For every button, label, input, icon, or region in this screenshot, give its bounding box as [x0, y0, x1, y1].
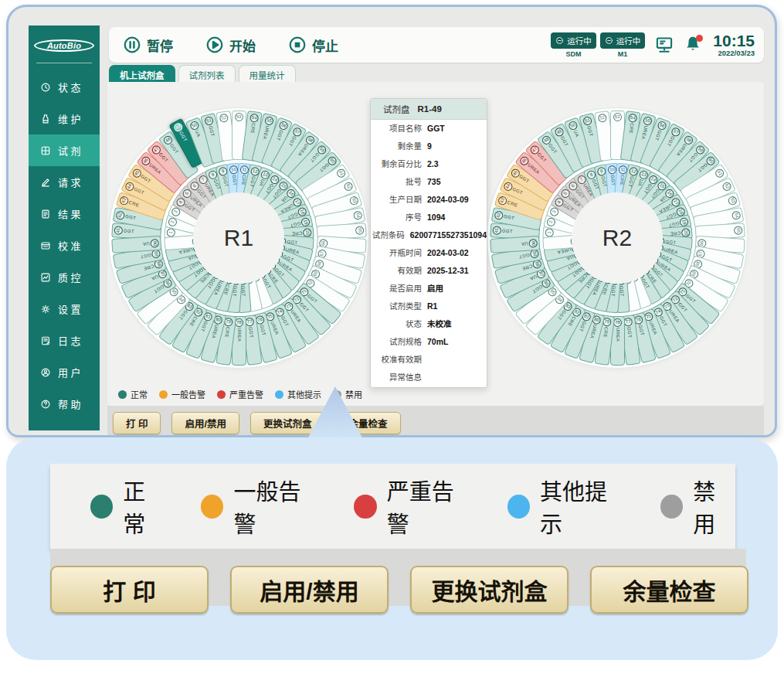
maintenance-icon — [40, 114, 51, 124]
legend-dot — [118, 390, 127, 399]
status-badge-sub: SDM — [551, 50, 596, 58]
detail-row-label: 异常信息 — [371, 369, 422, 386]
legend-item-0: 正常 — [90, 474, 165, 539]
run-control-label: 暂停 — [147, 36, 173, 55]
sidebar-item-1[interactable]: 维 护 — [29, 103, 100, 134]
reagent-slot-r1-90[interactable]: 90UA — [111, 236, 161, 253]
reagent-detail-panel: 试剂盘 R1-49 项目名称GGT剩余量9剩余百分比2.3批号735生产日期20… — [370, 98, 487, 388]
slot-analyte-label: UA — [521, 241, 528, 247]
logo-text: AutoBio — [47, 41, 81, 50]
detail-panel-header: 试剂盘 R1-49 — [371, 99, 487, 120]
slot-analyte-label: CRE — [127, 200, 139, 208]
sidebar-item-label: 校 准 — [58, 238, 81, 253]
slot-analyte-label: GGT — [511, 186, 523, 195]
sidebar-item-2[interactable]: 试 剂 — [29, 134, 100, 166]
detail-row-value: 2025-12-31 — [427, 262, 469, 280]
help-icon — [40, 399, 51, 410]
legend-dot — [90, 495, 113, 519]
action-button-2[interactable]: 更换试剂盒 — [410, 566, 568, 614]
calibration-icon — [40, 240, 51, 251]
slot-number: 42 — [494, 210, 504, 220]
slot-number: 41 — [114, 226, 123, 235]
legend-label: 其他提示 — [540, 474, 625, 539]
sidebar-item-label: 帮 助 — [58, 396, 81, 411]
action-button-1[interactable]: 启用/禁用 — [171, 412, 239, 434]
slot-analyte-label: UREA — [236, 328, 241, 342]
detail-row-1: 剩余量9 — [371, 138, 487, 155]
legend-label: 严重告警 — [229, 388, 263, 400]
detail-row-label: 剩余量 — [371, 138, 422, 155]
legend-dot — [660, 495, 683, 519]
sidebar-footer: 用 户帮 助 — [29, 356, 100, 420]
slot-analyte-label: GGT — [287, 135, 297, 147]
run-control-2[interactable]: 停止 — [283, 35, 343, 56]
slot-number: 41 — [492, 226, 501, 235]
detail-row-value: 启用 — [427, 280, 443, 298]
detail-row-6: 试剂条码62007715527351094 — [371, 226, 487, 244]
wheel-name: R2 — [602, 225, 632, 251]
sidebar-item-5[interactable]: 校 准 — [29, 230, 100, 261]
action-button-0[interactable]: 打 印 — [50, 566, 209, 614]
action-button-3[interactable]: 余量检查 — [590, 566, 748, 614]
sidebar-item-3[interactable]: 请 求 — [29, 166, 100, 198]
qc-icon — [40, 272, 51, 283]
slot-analyte-label: GGT — [518, 253, 530, 260]
detail-row-8: 有效期2025-12-31 — [371, 262, 487, 280]
legend-label: 严重告警 — [387, 474, 472, 539]
legend-item-1: 一般告警 — [201, 474, 318, 539]
slot-analyte-label: UA — [150, 274, 158, 281]
clock-time: 10:15 — [713, 32, 755, 49]
slot-number: 52 — [219, 114, 228, 123]
magnified-action-buttons: 打 印启用/禁用更换试剂盒余量检查 — [50, 566, 748, 614]
run-control-0[interactable]: 暂停 — [118, 35, 178, 56]
sidebar-item-label: 设 置 — [58, 301, 81, 316]
sidebar-item-0[interactable]: 状 态 — [29, 71, 100, 103]
action-button-0[interactable]: 打 印 — [113, 412, 161, 434]
sidebar-item-8[interactable]: 日 志 — [29, 325, 100, 356]
run-control-1[interactable]: 开始 — [201, 35, 260, 56]
sidebar-nav: 状 态维 护试 剂请 求结 果校 准质 控设 置日 志 — [29, 71, 100, 356]
detail-row-value: 62007715527351094 — [410, 226, 487, 244]
slot-analyte-label: UA — [528, 274, 537, 281]
clock-icon — [40, 82, 51, 93]
slot-analyte-label: GGT — [309, 152, 320, 163]
detail-row-value: 2024-03-02 — [427, 244, 469, 262]
legend-item-1: 一般告警 — [159, 388, 205, 400]
slot-analyte-label: GGT — [626, 327, 633, 338]
legend-label: 其他提示 — [287, 388, 321, 400]
reagent-slot-r2-90[interactable]: 90UA — [490, 236, 540, 253]
sidebar-item-label: 质 控 — [58, 270, 81, 284]
toolbar: 暂停开始停止 运行中SDM运行中M1 10:15 2022/03/23 — [109, 27, 764, 63]
sidebar-footer-item-0[interactable]: 用 户 — [29, 356, 100, 388]
detail-row-value: 1094 — [427, 209, 445, 226]
status-badge-label: 运行中 — [567, 35, 592, 46]
legend-label: 禁用 — [345, 388, 362, 400]
legend-dot — [275, 390, 283, 399]
detail-row-11: 状态未校准 — [371, 315, 487, 333]
detail-row-label: 开瓶时间 — [371, 244, 422, 262]
host-connection-icon[interactable] — [654, 35, 674, 55]
slot-analyte-label: UA — [572, 129, 579, 138]
alarm-bell-icon[interactable] — [684, 35, 704, 55]
sidebar-footer-item-1[interactable]: 帮 助 — [29, 388, 100, 420]
slot-number: 52 — [597, 114, 606, 123]
slot-analyte-label: GGT — [248, 327, 254, 338]
slot-number: 90 — [528, 239, 538, 248]
action-button-1[interactable]: 启用/禁用 — [230, 566, 389, 614]
slot-analyte-label: GGT — [653, 129, 662, 141]
slot-analyte-label: UREA — [640, 125, 648, 140]
reagent-wheel-r2: 41GGT42GGT43CRE44GGT45GGT46UREA47GGT48GG… — [487, 108, 747, 368]
app-window: AutoBio 状 态维 护试 剂请 求结 果校 准质 控设 置日 志 用 户帮… — [6, 5, 777, 437]
detail-row-10: 试剂类型R1 — [371, 298, 487, 315]
sidebar-item-6[interactable]: 质 控 — [29, 261, 100, 293]
legend-dot — [217, 390, 226, 399]
sidebar-item-7[interactable]: 设 置 — [29, 293, 100, 325]
sidebar-item-4[interactable]: 结 果 — [29, 198, 100, 230]
detail-row-value: R1 — [427, 298, 437, 315]
detail-row-label: 是否启用 — [371, 280, 422, 298]
slot-analyte-label: GGT — [697, 162, 708, 173]
detail-row-value: 2024-03-09 — [427, 191, 469, 209]
slot-analyte-label: GGT — [501, 229, 513, 234]
pause-icon — [123, 36, 141, 54]
slot-analyte-label: GGT — [318, 162, 330, 173]
